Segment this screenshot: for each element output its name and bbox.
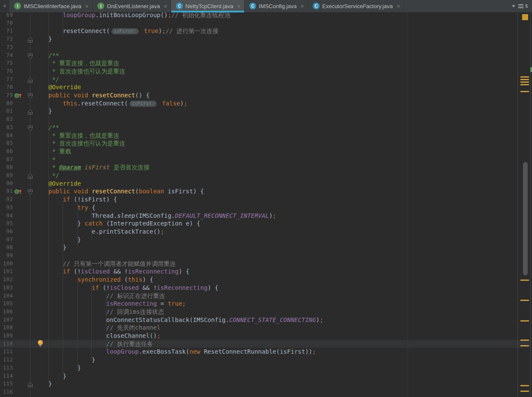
line-number[interactable]: 97 bbox=[0, 236, 13, 244]
code-line[interactable]: } bbox=[34, 356, 95, 364]
tab-close-icon[interactable]: × bbox=[396, 3, 400, 9]
code-line[interactable]: public void resetConnect(boolean isFirst… bbox=[34, 187, 204, 195]
line-number[interactable]: 98 bbox=[0, 244, 13, 252]
line-number[interactable]: 115 bbox=[0, 380, 13, 388]
stripe-marker[interactable] bbox=[520, 385, 529, 386]
line-number[interactable]: 92 bbox=[0, 195, 13, 204]
intention-bulb-icon[interactable] bbox=[37, 339, 44, 349]
editor-tab[interactable]: CNettyTcpClient.java× bbox=[171, 0, 245, 12]
line-number[interactable]: 81 bbox=[0, 107, 13, 115]
line-number[interactable]: 75 bbox=[0, 59, 13, 67]
stripe-marker[interactable] bbox=[520, 345, 529, 346]
stripe-marker[interactable] bbox=[522, 14, 528, 20]
line-number[interactable]: 101 bbox=[0, 268, 13, 276]
code-line[interactable]: * 首次连接也可认为是重连 bbox=[34, 139, 125, 147]
line-number[interactable]: 71 bbox=[0, 27, 13, 35]
code-line[interactable]: loopGroup.execBossTask(new ResetConnectR… bbox=[34, 348, 316, 356]
code-line[interactable]: } bbox=[34, 236, 81, 244]
code-line[interactable]: * 首次连接也可认为是重连 bbox=[34, 67, 125, 75]
code-line[interactable]: * 重载 bbox=[34, 147, 71, 156]
code-line[interactable]: public void resetConnect() { bbox=[34, 91, 150, 99]
tab-close-icon[interactable]: × bbox=[85, 3, 89, 9]
line-number[interactable]: 91 bbox=[0, 187, 13, 195]
code-line[interactable]: Thread.sleep(IMSConfig.DEFAULT_RECONNECT… bbox=[34, 212, 276, 220]
line-number[interactable]: 102 bbox=[0, 276, 13, 284]
stripe-marker[interactable] bbox=[520, 91, 529, 92]
line-number[interactable]: 77 bbox=[0, 75, 13, 84]
line-number[interactable]: 74 bbox=[0, 51, 13, 60]
line-number[interactable]: 96 bbox=[0, 228, 13, 236]
code-line[interactable]: try { bbox=[34, 204, 95, 212]
code-line[interactable]: // 标识正在进行重连 bbox=[34, 292, 165, 300]
code-line[interactable]: } bbox=[34, 380, 52, 388]
line-number[interactable]: 113 bbox=[0, 364, 13, 372]
code-line[interactable]: @Override bbox=[34, 83, 81, 91]
line-number[interactable]: 70 bbox=[0, 19, 13, 27]
code-line[interactable]: // 只有第一个调用者才能赋值并调用重连 bbox=[34, 260, 176, 268]
code-line[interactable]: // 回调ims连接状态 bbox=[34, 308, 164, 316]
line-number[interactable]: 105 bbox=[0, 300, 13, 308]
line-number[interactable]: 107 bbox=[0, 316, 13, 324]
line-number[interactable]: 86 bbox=[0, 147, 13, 156]
line-number[interactable]: 78 bbox=[0, 83, 13, 91]
fold-marker-icon[interactable] bbox=[27, 108, 33, 117]
code-line[interactable]: isReconnecting = true; bbox=[34, 300, 186, 308]
code-line[interactable]: synchronized (this) { bbox=[34, 276, 153, 284]
code-line[interactable]: /** bbox=[34, 123, 59, 132]
line-number[interactable]: 108 bbox=[0, 324, 13, 332]
line-number[interactable]: 94 bbox=[0, 212, 13, 220]
editor-tab[interactable]: CIMSConfig.java× bbox=[245, 0, 308, 12]
line-number[interactable]: 112 bbox=[0, 356, 13, 364]
fold-marker-icon[interactable] bbox=[27, 125, 33, 133]
line-number[interactable]: 72 bbox=[0, 35, 13, 43]
line-number[interactable]: 87 bbox=[0, 156, 13, 164]
stripe-marker[interactable] bbox=[520, 76, 529, 78]
line-number[interactable]: 93 bbox=[0, 204, 13, 212]
stripe-marker[interactable] bbox=[520, 81, 529, 83]
override-method-icon[interactable]: o bbox=[14, 189, 23, 195]
fold-marker-icon[interactable] bbox=[27, 93, 33, 101]
line-number[interactable]: 103 bbox=[0, 284, 13, 292]
line-number[interactable]: 83 bbox=[0, 123, 13, 132]
code-line[interactable]: * bbox=[34, 156, 56, 164]
code-line[interactable]: } bbox=[34, 244, 66, 252]
stripe-marker[interactable] bbox=[520, 84, 529, 85]
code-line[interactable]: // 先关闭channel bbox=[34, 324, 160, 332]
code-line[interactable]: e.printStackTrace(); bbox=[34, 228, 164, 236]
stripe-marker[interactable] bbox=[520, 391, 529, 392]
code-line[interactable]: @Override bbox=[34, 180, 81, 188]
code-line[interactable]: if (!isFirst) { bbox=[34, 195, 117, 204]
code-line[interactable]: * 重置连接，也就是重连 bbox=[34, 59, 119, 67]
line-number[interactable]: 89 bbox=[0, 171, 13, 180]
stripe-marker[interactable] bbox=[520, 79, 529, 80]
fold-marker-icon[interactable] bbox=[27, 53, 33, 61]
code-line[interactable]: if (!isClosed && !isReconnecting) { bbox=[34, 268, 190, 276]
line-number[interactable]: 111 bbox=[0, 348, 13, 356]
tab-close-icon[interactable]: × bbox=[237, 3, 241, 9]
line-number[interactable]: 79 bbox=[0, 91, 13, 99]
editor-tab[interactable]: IIMSClientInterface.java× bbox=[9, 0, 93, 12]
line-number[interactable]: 88 bbox=[0, 163, 13, 171]
fold-marker-icon[interactable] bbox=[27, 381, 33, 389]
line-number[interactable]: 90 bbox=[0, 180, 13, 188]
code-line[interactable]: if (!isClosed && !isReconnecting) { bbox=[34, 284, 218, 292]
fold-marker-icon[interactable] bbox=[27, 189, 33, 197]
override-method-icon[interactable]: o bbox=[14, 93, 23, 99]
code-line[interactable]: this.resetConnect(isFirst: false); bbox=[34, 99, 187, 108]
line-number[interactable]: 104 bbox=[0, 292, 13, 300]
editor-tab[interactable]: CExecutorServiceFactory.java× bbox=[308, 0, 404, 12]
line-number[interactable]: 80 bbox=[0, 99, 13, 108]
code-line[interactable]: closeChannel(); bbox=[34, 332, 160, 340]
code-line[interactable]: resetConnect(isFirst: true);// 进行第一次连接 bbox=[34, 27, 218, 35]
stripe-marker[interactable] bbox=[520, 320, 529, 322]
code-line[interactable]: } bbox=[34, 364, 81, 372]
tab-close-icon[interactable]: × bbox=[300, 3, 304, 9]
line-number[interactable]: 76 bbox=[0, 67, 13, 75]
code-line[interactable]: // 执行重连任务 bbox=[34, 340, 153, 348]
line-number[interactable]: 114 bbox=[0, 372, 13, 380]
line-number[interactable]: 116 bbox=[0, 388, 13, 396]
fold-marker-icon[interactable] bbox=[27, 77, 33, 85]
fold-marker-icon[interactable] bbox=[27, 173, 33, 181]
stripe-marker[interactable] bbox=[520, 300, 529, 301]
scrollbar-thumb[interactable] bbox=[523, 162, 528, 275]
